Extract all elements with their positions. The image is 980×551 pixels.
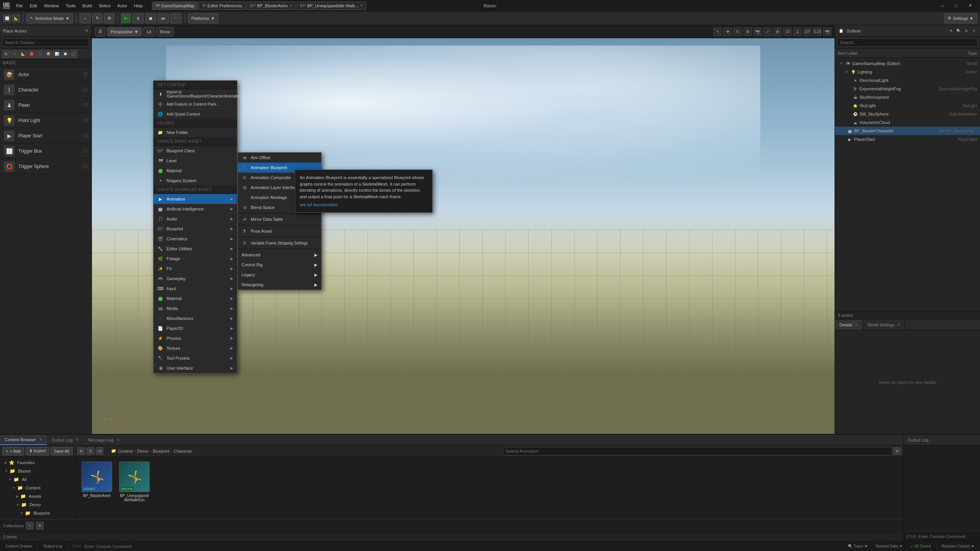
actor-info-point-light[interactable]: ⓘ	[83, 117, 88, 123]
toolbar-icon-1[interactable]: ⬜	[3, 15, 11, 22]
settings-button[interactable]: ⚙ Settings ▼	[944, 13, 977, 23]
vp-angle-icon[interactable]: ∠	[793, 28, 802, 36]
actor-item-player-start[interactable]: ▶ Player Start ⓘ	[0, 128, 91, 143]
tree-item-9[interactable]: ▶ PlayerStart PlayerStart	[835, 135, 980, 143]
actor-info-actor[interactable]: ⓘ	[83, 72, 88, 77]
actor-view-btn-8[interactable]: 🔲	[61, 50, 69, 58]
derived-data-button[interactable]: Derived Data ▼	[873, 544, 905, 548]
pause-button[interactable]: ⏸	[132, 13, 144, 23]
actor-info-trigger-box[interactable]: ⓘ	[83, 148, 88, 154]
anim-layer-interface[interactable]: ⊞ Animation Layer Interface	[238, 183, 321, 192]
cm-misc-item[interactable]: ⋯ Miscellaneous ▶	[154, 313, 237, 323]
cb-filter-btn[interactable]: All	[96, 447, 103, 455]
vp-move-icon[interactable]: ✥	[724, 28, 732, 36]
show-button[interactable]: Show	[156, 27, 174, 36]
anim-advanced[interactable]: Advanced ▶	[238, 250, 321, 260]
folder-item-0[interactable]: ▶ ⭐ Favorites	[0, 458, 76, 467]
menu-file[interactable]: File	[13, 3, 26, 9]
revision-control-button[interactable]: Revision Control ▼	[939, 544, 977, 548]
anim-aim-offset[interactable]: ⊕ Aim Offset	[238, 153, 321, 163]
cb-tab-close[interactable]: ✕	[39, 437, 42, 442]
vp-scale-icon[interactable]: ⊞	[743, 28, 752, 36]
platforms-button[interactable]: Platforms ▼	[188, 13, 218, 23]
menu-edit[interactable]: Edit	[27, 3, 40, 9]
outliner-close-icon[interactable]: ✕	[971, 28, 977, 34]
cm-input-item[interactable]: ⌨ Input ▶	[154, 284, 237, 293]
content-browser-tab[interactable]: Content Browser ✕	[0, 435, 47, 445]
actor-info-trigger-sphere[interactable]: ⓘ	[83, 163, 88, 169]
anim-blend-space[interactable]: ⊘ Blend Space	[238, 202, 321, 212]
cm-blueprint-adv-item[interactable]: BP Blueprint ▶	[154, 224, 237, 234]
cm-paper2d-item[interactable]: 📄 Paper2D ▶	[154, 323, 237, 333]
folder-item-4[interactable]: ▶ 📁 Assets	[0, 492, 76, 500]
anim-animation-blueprint[interactable]: ⬡ Animation Blueprint	[238, 163, 321, 173]
cm-blueprint-class-item[interactable]: BP Blueprint Class	[154, 146, 237, 156]
anim-mirror-data[interactable]: ⇌ Mirror Data Table	[238, 214, 321, 224]
tree-item-3[interactable]: 🌫 ExponentialHeightFog ExponentialHeight…	[835, 85, 980, 93]
actor-view-btn-4[interactable]: 🔴	[28, 50, 35, 58]
viewport-hamburger[interactable]: ☰	[95, 27, 106, 36]
console-input[interactable]	[918, 534, 978, 539]
tree-item-0[interactable]: ▼ 🗺 GameStartupMap (Editor) World	[835, 59, 980, 68]
bp-anim-tab[interactable]: BP BP_BlasterAnim ✕	[247, 2, 296, 10]
console-command-input[interactable]	[85, 544, 843, 549]
cb-import-button[interactable]: ⬇ Import	[26, 447, 49, 455]
tree-item-5[interactable]: ⭐ SkyLight SkyLight	[835, 101, 980, 110]
actor-view-btn-9[interactable]: ◯	[70, 50, 77, 58]
actor-view-btn-6[interactable]: 📦	[44, 50, 52, 58]
cm-gameplay-item[interactable]: 🎮 Gameplay ▶	[154, 274, 237, 284]
close-button[interactable]: ✕	[963, 0, 977, 11]
more-play-options[interactable]: ⋯	[170, 13, 181, 23]
cm-tool-presets-item[interactable]: 🔨 Tool Presets ▶	[154, 353, 237, 363]
anim-variable-frame[interactable]: ⚙ Variable Frame Stripping Settings	[238, 238, 321, 248]
cm-cinematics-item[interactable]: 🎬 Cinematics ▶	[154, 234, 237, 244]
outliner-filter-icon[interactable]: ▼	[948, 28, 954, 34]
vp-grid-icon[interactable]: ⊞	[773, 28, 782, 36]
cb-add-button[interactable]: + + Add	[2, 447, 24, 455]
collections-add-btn[interactable]: +	[26, 522, 34, 530]
maximize-button[interactable]: □	[949, 0, 963, 11]
actors-search-input[interactable]	[2, 38, 89, 47]
cm-audio-item[interactable]: 🎵 Audio ▶	[154, 214, 237, 224]
menu-window[interactable]: Window	[41, 3, 62, 9]
actor-view-btn-5[interactable]: ⬛	[36, 50, 44, 58]
place-actors-close[interactable]: ✕	[85, 28, 88, 33]
cb-settings-btn[interactable]: ⚙	[893, 447, 901, 455]
cm-ai-item[interactable]: 🤖 Artificial Intelligence ▶	[154, 204, 237, 214]
output-log-status-btn[interactable]: Output Log	[41, 541, 64, 551]
vp-grid-size[interactable]: 10	[783, 28, 792, 36]
anim-control-rig[interactable]: Control Rig ▶	[238, 260, 321, 270]
trace-button[interactable]: 🔍 Trace ▼	[846, 544, 870, 548]
world-settings-close[interactable]: ✕	[897, 323, 900, 327]
transform-scale[interactable]: ⊞	[104, 13, 114, 23]
cm-add-quixel-item[interactable]: 🌐 Add Quixel Content	[154, 109, 237, 119]
menu-select[interactable]: Select	[96, 3, 114, 9]
cm-texture-item[interactable]: 🎨 Texture ▶	[154, 343, 237, 353]
bp-idle-tab[interactable]: BP BP_UnequippedIdle Walk... ✕	[297, 2, 367, 10]
vp-rotate-icon[interactable]: ↻	[733, 28, 742, 36]
tree-item-7[interactable]: ☁ VolumetricCloud	[835, 118, 980, 127]
tree-item-4[interactable]: 🌤 SkyAtmosphere	[835, 93, 980, 101]
cm-user-interface-item[interactable]: 🖥 User Interface ▶	[154, 363, 237, 373]
actor-view-btn-7[interactable]: 📊	[53, 50, 60, 58]
actor-view-btn-3[interactable]: 📐	[19, 50, 27, 58]
menu-actor[interactable]: Actor	[114, 3, 131, 9]
cm-niagara-item[interactable]: ✦ Niagara System	[154, 176, 237, 186]
folder-item-5[interactable]: ▼ 📁 Demo	[0, 500, 76, 509]
actor-view-btn-2[interactable]: ☆	[11, 50, 18, 58]
cm-fx-item[interactable]: ✨ FX ▶	[154, 264, 237, 274]
cb-save-all-button[interactable]: Save All	[51, 447, 73, 455]
play-button[interactable]: ▶	[121, 13, 131, 23]
transform-move[interactable]: ↔	[80, 13, 91, 23]
cm-editor-util-item[interactable]: 🔧 Editor Utilities ▶	[154, 244, 237, 254]
vp-scale-value[interactable]: 0.25	[813, 28, 822, 36]
actor-item-character[interactable]: 🚶 Character ⓘ	[0, 82, 91, 98]
outliner-settings-icon[interactable]: ⚙	[963, 28, 969, 34]
ol-output-tab[interactable]: Output Log	[904, 435, 932, 445]
all-saved-button[interactable]: ✓ All Saved	[908, 544, 933, 548]
cm-media-item[interactable]: 📹 Media ▶	[154, 303, 237, 313]
breadcrumb-content[interactable]: Content	[118, 449, 133, 453]
toolbar-icon-2[interactable]: 📐	[12, 15, 20, 22]
outliner-search-input[interactable]	[837, 38, 978, 47]
cm-material-adv-item[interactable]: ⬤ Material ▶	[154, 293, 237, 303]
